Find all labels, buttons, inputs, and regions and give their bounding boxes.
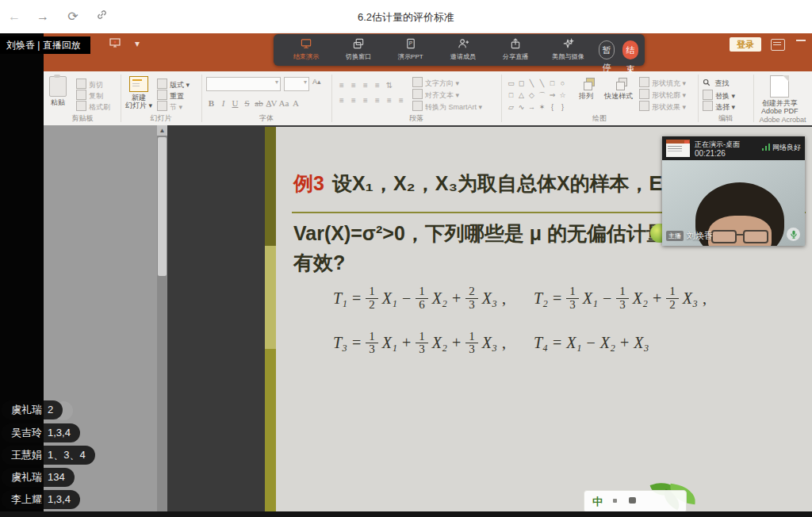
paragraph-format-button[interactable]: ≡ <box>336 81 347 90</box>
paragraph-format-button[interactable]: ≡ <box>396 96 407 105</box>
ribbon-group-font: A▴ BIUSabA̲VAaA 字体 <box>203 71 330 125</box>
formula: T₄=X₁−X₂+X₃ <box>534 334 649 352</box>
login-button[interactable]: 登录 <box>730 37 761 52</box>
layout-button[interactable]: 版式 ▾ <box>157 79 190 90</box>
window-toolbar-button[interactable]: 切换窗口 <box>332 38 385 62</box>
paragraph-format-button[interactable]: ≡ <box>336 96 347 105</box>
shape-cell[interactable]: ⇒ <box>547 90 557 100</box>
layout-icon <box>157 79 167 89</box>
shape-cell[interactable]: ✶ <box>537 102 547 112</box>
font-style-button[interactable]: U <box>230 98 240 108</box>
reset-icon <box>157 90 167 100</box>
shape-effects-button[interactable]: 形状效果 ▾ <box>639 101 686 113</box>
shape-cell[interactable]: ○ <box>557 79 568 88</box>
monitor-toolbar-button[interactable]: 结束演示 <box>280 38 332 62</box>
paragraph-format-button[interactable]: ≡ <box>360 96 371 105</box>
screen-share-preview <box>666 140 690 157</box>
font-style-button[interactable]: Aa <box>278 98 289 108</box>
smartart-button[interactable]: 转换为 SmartArt ▾ <box>412 101 482 113</box>
font-name-dropdown[interactable] <box>206 77 281 91</box>
grow-font-icon[interactable]: A▴ <box>312 78 321 86</box>
select-button[interactable]: 选择 ▾ <box>703 101 735 113</box>
shape-cell[interactable]: ▭ <box>506 79 516 88</box>
create-pdf-button[interactable]: 创建并共享 Adobe PDF <box>761 75 799 115</box>
font-style-button[interactable]: S <box>242 98 252 108</box>
formula: T₃=13X₁+13X₂+13X₃, <box>333 331 507 357</box>
section-button[interactable]: 节 ▾ <box>157 101 182 113</box>
format-painter-button[interactable]: 格式刷 <box>76 101 110 113</box>
minimize-icon[interactable] <box>796 40 806 41</box>
arrange-button[interactable]: 排列 <box>579 78 593 100</box>
group-label-clipboard: 剪贴板 <box>46 113 119 124</box>
font-style-button[interactable]: A̲V <box>266 98 277 108</box>
font-size-dropdown[interactable] <box>284 77 309 91</box>
paragraph-format-button[interactable]: ≡ <box>372 96 383 105</box>
paragraph-format-button[interactable]: ≡ <box>348 96 359 105</box>
sparkle-toolbar-button[interactable]: 美颜与摄像 <box>542 38 594 62</box>
shape-cell[interactable]: → <box>527 102 537 112</box>
webcam-overlay[interactable]: 正在演示-桌面 00:21:26 网络良好 主播 刘焕香 <box>662 136 805 246</box>
find-button[interactable]: 查找 <box>703 79 730 89</box>
end-button[interactable]: 结束 <box>622 40 638 59</box>
paragraph-format-button[interactable]: ≡ <box>360 81 371 90</box>
glasses <box>711 230 768 241</box>
shape-outline-button[interactable]: 形状轮廓 ▾ <box>639 89 686 101</box>
cut-button[interactable]: 剪切 <box>76 79 103 90</box>
shape-gallery[interactable]: ▭◻╲╲□○□△◇⌒⇒☆▱∿→✶{} <box>506 76 573 112</box>
paragraph-row2: ≡≡≡≡≡≡ <box>336 92 408 106</box>
shape-cell[interactable]: ☆ <box>557 90 568 100</box>
paragraph-format-button[interactable]: ≡ <box>348 81 359 90</box>
pause-button[interactable]: 暂停 <box>599 40 615 59</box>
shape-cell[interactable]: ∿ <box>516 102 527 112</box>
paragraph-format-button[interactable]: ≡ <box>384 96 395 105</box>
shape-cell[interactable]: ╲ <box>527 79 537 88</box>
qat-dropdown-icon[interactable]: ▾ <box>135 38 140 49</box>
quick-styles-button[interactable]: 快速样式 <box>604 78 633 100</box>
replace-button[interactable]: 替换 ▾ <box>703 90 735 101</box>
shape-cell[interactable]: ╲ <box>537 79 547 88</box>
scrollbar-thumb[interactable] <box>158 137 167 276</box>
group-label-font: 字体 <box>203 113 330 124</box>
shape-cell[interactable]: □ <box>547 79 557 88</box>
paste-button[interactable]: 粘贴 <box>49 76 67 106</box>
text-direction-button[interactable]: 文字方向 ▾ <box>412 77 459 89</box>
shape-cell[interactable]: ◇ <box>527 90 537 100</box>
share-toolbar-button[interactable]: 分享直播 <box>489 38 542 62</box>
shape-cell[interactable]: ▱ <box>506 102 516 112</box>
ribbon-group-editing: 查找 替换 ▾ 选择 ▾ 编辑 <box>699 71 752 125</box>
font-style-button[interactable]: ab <box>254 98 264 108</box>
shape-effects-icon <box>639 101 649 111</box>
shape-cell[interactable]: △ <box>516 90 527 100</box>
scroll-up-icon[interactable]: ▲ <box>157 125 167 136</box>
doc-icon: P <box>405 38 417 50</box>
copy-button[interactable]: 复制 <box>76 90 103 101</box>
paragraph-format-button[interactable]: ≡ <box>372 81 383 90</box>
thumbnail-scrollbar[interactable]: ▲ <box>157 125 167 517</box>
doc-toolbar-button[interactable]: P演示PPT <box>385 38 437 62</box>
page-title: 6.2估计量的评价标准 <box>0 10 812 25</box>
ribbon-display-options-icon[interactable] <box>771 39 785 51</box>
mic-icon[interactable] <box>787 228 800 241</box>
shape-cell[interactable]: } <box>557 102 568 112</box>
shape-fill-button[interactable]: 形状填充 ▾ <box>639 77 686 89</box>
paragraph-format-button[interactable]: ⇅ <box>384 81 395 90</box>
shape-cell[interactable]: ⌒ <box>537 90 547 100</box>
slideshow-icon[interactable] <box>109 38 121 50</box>
align-text-button[interactable]: 对齐文本 ▾ <box>412 89 459 101</box>
chat-message: 王慧娟1、3、4 <box>2 446 95 465</box>
font-style-button[interactable]: A <box>290 98 301 108</box>
shape-cell[interactable]: □ <box>506 90 516 100</box>
font-style-button[interactable]: I <box>218 98 228 108</box>
left-letterbox <box>0 33 44 517</box>
webcam-status-bar: 正在演示-桌面 00:21:26 网络良好 <box>662 136 805 160</box>
reset-button[interactable]: 重置 <box>157 90 184 101</box>
person-toolbar-button[interactable]: 邀请成员 <box>437 38 489 62</box>
font-style-button[interactable]: B <box>206 98 216 108</box>
new-slide-button[interactable]: 新建 幻灯片 ▾ <box>125 76 152 109</box>
new-slide-icon <box>129 76 148 92</box>
shape-cell[interactable]: ◻ <box>516 79 527 88</box>
chat-message: 虞礼瑞134 <box>2 468 75 487</box>
screen: ← → ⟳ 6.2估计量的评价标准 ⟲ ▾ 登录 文件开始插入设计切换动画幻灯片… <box>0 0 812 517</box>
shape-fill-icon <box>639 77 649 87</box>
shape-cell[interactable]: { <box>547 102 557 112</box>
